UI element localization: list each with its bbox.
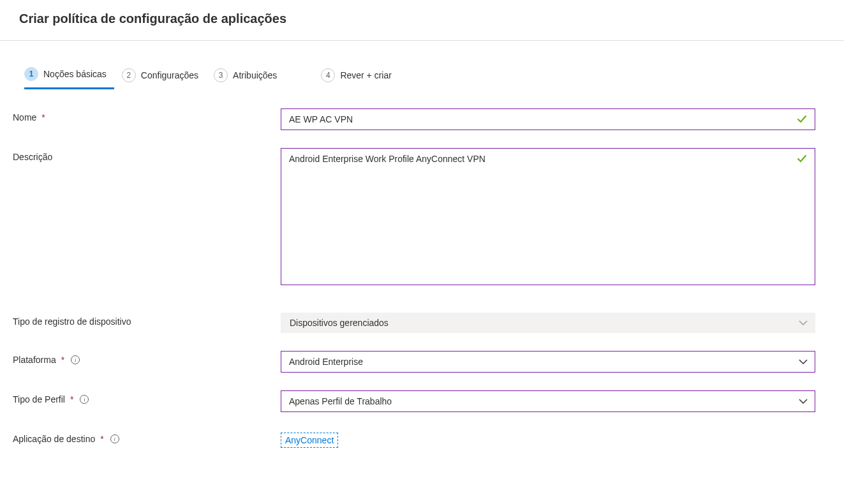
- tab-label: Atribuições: [233, 70, 277, 80]
- tab-step-number: 3: [214, 68, 228, 82]
- tab-step-number: 2: [122, 68, 136, 82]
- row-target-app: Aplicação de destino * i AnyConnect: [13, 430, 831, 448]
- page-header: Criar política de configuração de aplica…: [0, 0, 844, 41]
- row-description: Descrição: [13, 148, 831, 287]
- tab-basics[interactable]: 1 Noções básicas: [24, 63, 114, 89]
- target-app-link[interactable]: AnyConnect: [281, 433, 338, 448]
- required-asterisk: *: [100, 434, 103, 444]
- description-field[interactable]: [281, 148, 815, 285]
- chevron-down-icon: [799, 320, 808, 326]
- name-field[interactable]: [281, 108, 815, 130]
- label-platform: Plataforma * i: [13, 351, 281, 365]
- profile-type-select[interactable]: Apenas Perfil de Trabalho: [281, 390, 815, 412]
- required-asterisk: *: [41, 112, 45, 122]
- checkmark-icon: [796, 114, 808, 125]
- checkmark-icon: [796, 153, 808, 165]
- label-profile-type: Tipo de Perfil * i: [13, 390, 281, 404]
- row-enrollment-type: Tipo de registro de dispositivo Disposit…: [13, 313, 831, 333]
- tab-label: Configurações: [141, 70, 198, 80]
- tab-label: Noções básicas: [43, 69, 107, 79]
- row-name: Nome *: [13, 108, 831, 130]
- label-enrollment-type: Tipo de registro de dispositivo: [13, 313, 281, 327]
- info-icon[interactable]: i: [110, 434, 119, 443]
- tab-label: Rever + criar: [340, 70, 392, 80]
- enrollment-type-select: Dispositivos gerenciados: [281, 313, 815, 333]
- tab-assignments[interactable]: 3 Atribuições: [214, 64, 285, 89]
- label-target-app: Aplicação de destino * i: [13, 430, 281, 444]
- platform-select[interactable]: Android Enterprise: [281, 351, 815, 373]
- form-content: 1 Noções básicas 2 Configurações 3 Atrib…: [0, 63, 844, 485]
- required-asterisk: *: [70, 394, 73, 404]
- page-title: Criar política de configuração de aplica…: [19, 11, 825, 26]
- required-asterisk: *: [61, 355, 64, 365]
- tab-settings[interactable]: 2 Configurações: [122, 64, 206, 89]
- wizard-tabs: 1 Noções básicas 2 Configurações 3 Atrib…: [24, 63, 831, 89]
- tab-step-number: 4: [321, 68, 335, 82]
- label-name: Nome *: [13, 108, 281, 122]
- tab-step-number: 1: [24, 67, 38, 81]
- label-description: Descrição: [13, 148, 281, 162]
- info-icon[interactable]: i: [71, 355, 80, 364]
- info-icon[interactable]: i: [80, 395, 89, 404]
- row-profile-type: Tipo de Perfil * i Apenas Perfil de Trab…: [13, 390, 831, 412]
- row-platform: Plataforma * i Android Enterprise: [13, 351, 831, 373]
- tab-review-create[interactable]: 4 Rever + criar: [321, 64, 399, 89]
